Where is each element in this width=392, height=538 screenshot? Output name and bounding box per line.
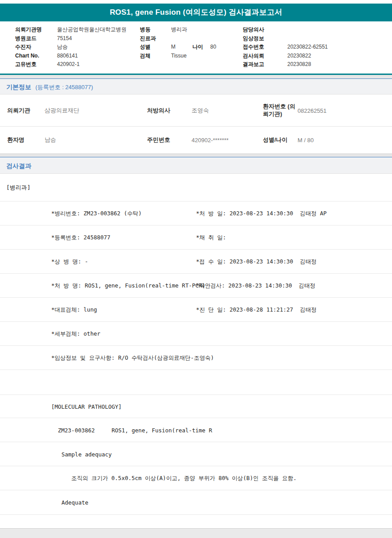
pathology-field-row: *처 방 명: ROS1, gene, Fusion(real-time RT-… — [0, 274, 392, 298]
report-title-bar: ROS1, gene Fusion (여의도성모) 검사결과보고서 — [0, 4, 392, 21]
info-row: 고유번호420902-1 — [15, 60, 127, 69]
field-right: *채 취 일: — [196, 234, 226, 241]
field-left: *병리번호: ZM23-003862 (수탁) — [51, 209, 142, 217]
section-header-results: 검사결과 — [0, 157, 392, 174]
kv-label: 성별/나이 — [263, 136, 298, 144]
age-value: 80 — [210, 44, 216, 50]
order-info-left-column: 의뢰기관명울산공업학원울산대학교병원 병원코드75154 수진자남승 Chart… — [15, 25, 127, 69]
field-left: *세부검체: other — [51, 330, 100, 337]
info-value: 남승 — [57, 44, 68, 50]
field-left: 조직의 크기가 0.5x0.5cm 이상(A)이고, 종양 부위가 80% 이상… — [71, 474, 297, 482]
kv-value: 조영숙 — [192, 107, 209, 115]
info-row: 결과보고20230828 — [243, 60, 328, 69]
info-value: M — [171, 44, 176, 50]
footer-band — [0, 528, 392, 538]
section-subtitle: (등록번호 : 24588077) — [35, 84, 93, 90]
pathology-field-row: *세부검체: other — [0, 322, 392, 346]
pathology-empty-row — [0, 370, 392, 395]
pathology-field-row: *등록번호: 24588077 *채 취 일: — [0, 226, 392, 250]
order-info-block: 의뢰기관명울산공업학원울산대학교병원 병원코드75154 수진자남승 Chart… — [0, 21, 392, 75]
field-left: *처 방 명: ROS1, gene, Fusion(real-time RT-… — [51, 282, 205, 289]
department-label: [병리과] — [6, 184, 31, 192]
info-label: 담당의사 — [243, 25, 287, 34]
info-row: 수진자남승 — [15, 43, 127, 52]
section-divider — [0, 154, 392, 157]
kv-label: 주민번호 — [147, 136, 188, 144]
info-row: 임상정보 — [243, 34, 328, 43]
info-label: 병동 — [140, 25, 171, 34]
kv-value: 420902-******* — [192, 137, 229, 144]
info-label: 임상정보 — [243, 34, 287, 43]
info-row: 검사의뢰20230822 — [243, 52, 328, 61]
kv-value: 082262551 — [298, 107, 327, 114]
info-label: Chart No. — [15, 52, 57, 61]
info-row: 검체Tissue — [140, 52, 216, 61]
field-left: Sample adequacy — [61, 451, 112, 457]
field-right: *접 수 일: 2023-08-23 14:30:30 김태정 — [196, 258, 317, 265]
info-value: 420902-1 — [57, 61, 80, 67]
section-divider — [0, 75, 392, 78]
info-row: 담당의사 — [243, 25, 328, 34]
field-right: *육안검사: 2023-08-23 14:30:30 김태정 — [196, 282, 315, 289]
kv-value: 남승 — [45, 136, 56, 144]
section-header-basic-info: 기본정보 (등록번호 : 24588077) — [0, 78, 392, 94]
field-right: *처 방 일: 2023-08-23 14:30:30 김태정 AP — [196, 209, 327, 217]
field-left: *대표검체: lung — [51, 306, 97, 313]
report-title: ROS1, gene Fusion (여의도성모) 검사결과보고서 — [110, 8, 282, 16]
info-row: 의뢰기관명울산공업학원울산대학교병원 — [15, 25, 127, 34]
order-info-middle-column: 병동병리과 진료과 성별M나이80 검체Tissue — [140, 25, 216, 60]
info-value: 울산공업학원울산대학교병원 — [57, 26, 127, 33]
info-value: 75154 — [57, 35, 72, 41]
info-value: 20230822-62551 — [287, 44, 328, 50]
info-value: Tissue — [171, 53, 187, 59]
info-label: 병원코드 — [15, 34, 57, 43]
basic-info-row: 환자명 남승 주민번호 420902-******* 성별/나이 M / 80 — [0, 127, 392, 154]
adequacy-result-row: Adequate — [0, 490, 392, 515]
field-left: [MOLECULAR PATHOLOGY] — [51, 403, 122, 410]
pathology-field-row: *상 병 명: - *접 수 일: 2023-08-23 14:30:30 김태… — [0, 250, 392, 274]
field-right: *진 단 일: 2023-08-28 11:21:27 김태정 — [196, 306, 317, 313]
info-label: 진료과 — [140, 34, 171, 43]
age-label: 나이 — [192, 43, 203, 52]
info-label: 결과보고 — [243, 60, 287, 69]
info-row: 성별M나이80 — [140, 43, 216, 52]
adequacy-criteria-row: 조직의 크기가 0.5x0.5cm 이상(A)이고, 종양 부위가 80% 이상… — [0, 466, 392, 490]
info-label: 검사의뢰 — [243, 52, 287, 61]
info-row: Chart No.8806141 — [15, 52, 127, 61]
info-value: 20230828 — [287, 61, 311, 67]
molecular-pathology-heading-row: [MOLECULAR PATHOLOGY] — [0, 395, 392, 418]
kv-label: 환자명 — [7, 136, 44, 144]
pathology-field-row: *병리번호: ZM23-003862 (수탁) *처 방 일: 2023-08-… — [0, 201, 392, 226]
info-row: 병동병리과 — [140, 25, 216, 34]
bottom-whitespace — [0, 515, 392, 528]
department-row: [병리과] — [0, 174, 392, 201]
order-info-right-column: 담당의사 임상정보 접수번호20230822-62551 검사의뢰2023082… — [243, 25, 328, 69]
field-left: *임상정보 및 요구사항: R/O 수탁검사(삼광의료재단-조영숙) — [51, 354, 214, 361]
kv-label: 환자번호 (의뢰기관) — [263, 103, 298, 118]
info-label: 고유번호 — [15, 60, 57, 69]
kv-value: M / 80 — [298, 137, 314, 144]
info-label: 성별 — [140, 43, 171, 52]
pathology-field-row: *임상정보 및 요구사항: R/O 수탁검사(삼광의료재단-조영숙) — [0, 346, 392, 370]
kv-label: 의뢰기관 — [7, 107, 44, 115]
kv-label: 처방의사 — [147, 107, 188, 115]
info-row: 진료과 — [140, 34, 216, 43]
info-label: 의뢰기관명 — [15, 25, 57, 34]
section-title: 기본정보 — [6, 83, 31, 90]
info-row: 접수번호20230822-62551 — [243, 43, 328, 52]
info-value: 8806141 — [57, 53, 78, 59]
field-left: ZM23-003862 ROS1, gene, Fusion(real-time… — [58, 427, 212, 433]
info-value: 병리과 — [171, 26, 187, 33]
info-row: 병원코드75154 — [15, 34, 127, 43]
sample-adequacy-row: Sample adequacy — [0, 442, 392, 466]
basic-info-row: 의뢰기관 삼광의료재단 처방의사 조영숙 환자번호 (의뢰기관) 0822625… — [0, 94, 392, 127]
field-left: *상 병 명: - — [51, 258, 88, 265]
field-left: *등록번호: 24588077 — [51, 234, 110, 241]
info-value: 20230822 — [287, 53, 311, 59]
info-label: 검체 — [140, 52, 171, 61]
pathology-field-row: *대표검체: lung *진 단 일: 2023-08-28 11:21:27 … — [0, 298, 392, 322]
info-label: 수진자 — [15, 43, 57, 52]
info-label: 접수번호 — [243, 43, 287, 52]
molecular-test-row: ZM23-003862 ROS1, gene, Fusion(real-time… — [0, 418, 392, 442]
report-page: ROS1, gene Fusion (여의도성모) 검사결과보고서 의뢰기관명울… — [0, 0, 392, 538]
